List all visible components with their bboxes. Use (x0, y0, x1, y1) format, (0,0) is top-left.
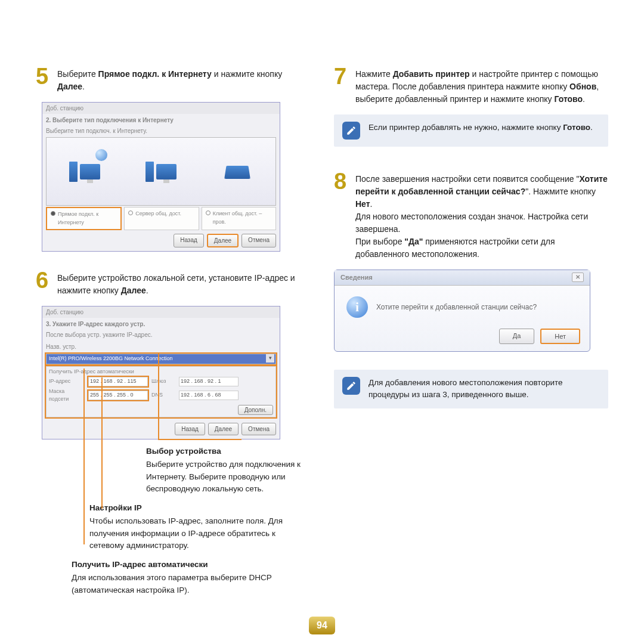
text: . (370, 199, 373, 209)
no-button[interactable]: Нет (540, 329, 580, 345)
step-6: 6 Выберите устройство локальной сети, ус… (36, 270, 310, 297)
text-bold: Далее (121, 286, 146, 295)
button-row: Назад Далее Отмена (42, 419, 280, 439)
text: Для нового местоположения создан значок.… (355, 212, 588, 234)
step-text: Выберите устройство локальной сети, уста… (57, 270, 310, 297)
step-number: 6 (36, 270, 54, 291)
screenshot-connection-type: Доб. станцию 2. Выберите тип подключения… (42, 102, 280, 252)
pencil-note-icon (342, 377, 360, 395)
mask-label: Маска подсети (49, 388, 85, 404)
back-button[interactable]: Назад (175, 423, 205, 435)
ip-fieldset: Получить IP-адрес автоматически IP-адрес… (46, 366, 276, 418)
step-text: Выберите Прямое подкл. к Интернету и наж… (57, 66, 310, 93)
option-server[interactable]: Сервер общ. дост. (124, 207, 199, 230)
callout-auto-ip: Получить IP-адрес автоматически Для испо… (72, 559, 310, 596)
text: Выберите (57, 69, 98, 79)
step-number: 7 (334, 66, 352, 87)
callout-heading: Выбор устройства (146, 445, 310, 457)
callout-heading: Получить IP-адрес автоматически (72, 559, 310, 571)
screenshot-ip-settings: Доб. станцию 3. Укажите IP-адрес каждого… (42, 306, 280, 439)
text: . (82, 82, 85, 91)
text: После завершения настройки сети появится… (355, 174, 579, 184)
close-icon[interactable]: ✕ (572, 273, 584, 282)
screenshot-confirm-dialog: Сведения ✕ i Хотите перейти к добавленно… (334, 270, 590, 352)
step-5: 5 Выберите Прямое подкл. к Интернету и н… (36, 66, 310, 93)
back-button[interactable]: Назад (174, 234, 204, 247)
text-bold: Готово (563, 123, 590, 132)
page-number-badge: 94 (309, 617, 335, 634)
text-bold: Далее (57, 82, 82, 91)
mask-field[interactable]: 255 . 255 . 255 . 0 (88, 391, 148, 400)
dialog-buttons: Да Нет (335, 329, 590, 345)
radio-icon (206, 210, 210, 215)
more-button[interactable]: Дополн. (238, 405, 273, 415)
button-row: Назад Далее Отмена (42, 230, 280, 251)
client-share-icon (219, 154, 255, 190)
subheading: Выберите тип подключ. к Интернету. (42, 126, 280, 137)
window-title: Доб. станцию (42, 306, 280, 318)
direct-connect-icon (67, 154, 103, 190)
dns-label: DNS (151, 391, 175, 400)
text-bold: "Да" (404, 237, 423, 246)
text: Выберите устройство локальной сети, уста… (57, 273, 295, 295)
note-text: Для добавления нового местоположения пов… (369, 377, 600, 401)
callout-device-selection: Выбор устройства Выберите устройство для… (146, 445, 310, 495)
heading: 2. Выберите тип подключения к Интернету (42, 114, 280, 126)
server-share-icon (143, 154, 179, 190)
text: При выборе (355, 237, 404, 246)
text-bold: Обнов (569, 82, 596, 91)
text-bold: Добавить принтер (393, 69, 470, 79)
step-8: 8 После завершения настройки сети появит… (334, 171, 608, 261)
heading: 3. Укажите IP-адрес каждого устр. (42, 318, 280, 330)
option-client[interactable]: Клиент общ. дост. – пров. (202, 207, 276, 230)
next-button[interactable]: Далее (207, 234, 239, 247)
text: и нажмите кнопку (212, 69, 282, 79)
cancel-button[interactable]: Отмена (242, 234, 276, 247)
dialog-title: Сведения (340, 273, 373, 283)
text: . (146, 286, 148, 295)
note-text: Если принтер добавлять не нужно, нажмите… (369, 122, 593, 134)
option-direct[interactable]: Прямое подкл. к Интернету (46, 207, 122, 230)
text: Нажмите (355, 69, 393, 79)
step-7: 7 Нажмите Добавить принтер и настройте п… (334, 66, 608, 106)
text: . (583, 94, 585, 104)
radio-icon (51, 211, 55, 216)
device-combo[interactable]: Intel(R) PRO/Wireless 2200BG Network Con… (46, 354, 276, 364)
callout-body: Чтобы использовать IP-адрес, заполните п… (89, 515, 310, 552)
text: Если принтер добавлять не нужно, нажмите… (369, 123, 563, 132)
dialog-titlebar: Сведения ✕ (335, 270, 590, 286)
text-bold: Прямое подкл. к Интернету (98, 69, 212, 79)
step-text: Нажмите Добавить принтер и настройте при… (355, 66, 608, 106)
callout-heading: Настройки IP (89, 502, 310, 514)
option-row: Прямое подкл. к Интернету Сервер общ. до… (46, 207, 276, 230)
callout-body: Выберите устройство для подключения к Ин… (146, 459, 310, 495)
window-title: Доб. станцию (42, 103, 280, 114)
callout-line (158, 352, 159, 439)
callout-line (158, 439, 242, 440)
note-printer: Если принтер добавлять не нужно, нажмите… (334, 114, 608, 147)
yes-button[interactable]: Да (499, 329, 535, 345)
text: . (590, 123, 593, 132)
pencil-note-icon (342, 122, 360, 140)
dialog-body: i Хотите перейти к добавленной станции с… (335, 286, 590, 329)
ip-grid: IP-адрес 192 . 168 . 92 . 115 Шлюз 192 .… (49, 377, 273, 404)
device-label: Назв. устр. (42, 341, 280, 352)
step-number: 5 (36, 66, 54, 87)
dialog-message: Хотите перейти к добавленной станции сей… (376, 302, 537, 312)
step-number: 8 (334, 171, 352, 192)
next-button[interactable]: Далее (208, 423, 239, 435)
gateway-field[interactable]: 192 . 168 . 92 . 1 (179, 377, 239, 386)
info-icon: i (346, 296, 368, 318)
illustration-area (46, 137, 276, 206)
step-text: После завершения настройки сети появится… (355, 171, 608, 261)
ip-label: IP-адрес (49, 377, 85, 386)
option-label: Прямое подкл. к Интернету (58, 210, 117, 227)
ip-address-field[interactable]: 192 . 168 . 92 . 115 (88, 377, 148, 386)
cancel-button[interactable]: Отмена (242, 423, 276, 435)
callout-line (83, 369, 85, 544)
subheading: После выбора устр. укажите IP-адрес. (42, 330, 280, 341)
text-bold: Нет (355, 199, 370, 209)
dns-field[interactable]: 192 . 168 . 6 . 68 (179, 391, 239, 400)
note-repeat: Для добавления нового местоположения пов… (334, 370, 608, 408)
callout-line (101, 377, 103, 509)
